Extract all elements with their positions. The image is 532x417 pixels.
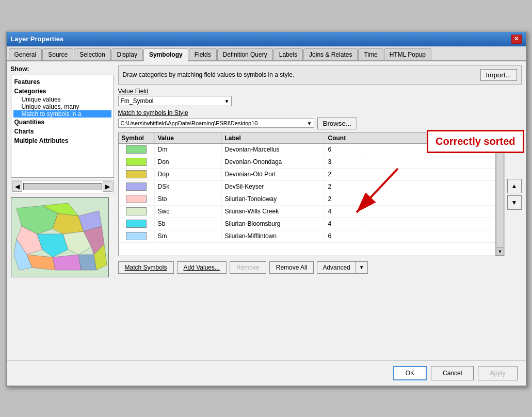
row2-value: Dop [155, 170, 222, 179]
value-field-select[interactable]: Fm_Symbol [118, 96, 232, 106]
tab-selection[interactable]: Selection [74, 48, 110, 60]
tab-symbology[interactable]: Symbology [143, 48, 188, 61]
description-bar: Draw categories by matching field values… [118, 65, 522, 85]
left-scroll-area: ◀ ▶ [11, 180, 114, 193]
ok-button[interactable]: OK [393, 366, 427, 380]
footer: OK Cancel Apply [7, 360, 526, 386]
scroll-bar[interactable] [23, 183, 102, 190]
style-field-label: Match to symbols in Style [118, 109, 522, 116]
tab-time[interactable]: Time [358, 48, 383, 60]
row1-count: 3 [325, 157, 361, 166]
content-area: Show: Features Categories Unique values … [7, 61, 526, 360]
row6-label: Silurian-Bloomsburg [222, 219, 325, 228]
cancel-button[interactable]: Cancel [431, 366, 474, 380]
table-row[interactable]: Dop Devonian-Old Port 2 [119, 169, 505, 181]
table-row[interactable]: DSk DevSil-Keyser 2 [119, 181, 505, 193]
tab-fields[interactable]: Fields [189, 48, 217, 60]
tab-display[interactable]: Display [111, 48, 143, 60]
scroll-left-arrow[interactable]: ◀ [12, 181, 22, 192]
add-values-button[interactable]: Add Values... [177, 261, 227, 274]
tabs-row: General Source Selection Display Symbolo… [7, 46, 526, 61]
swatch-don [126, 158, 147, 166]
remove-all-button[interactable]: Remove All [269, 261, 314, 274]
row2-label: Devonian-Old Port [222, 170, 325, 179]
right-panel: Draw categories by matching field values… [118, 65, 522, 356]
svg-marker-11 [53, 255, 81, 270]
style-field-row: Match to symbols in Style C:\Users\twhit… [118, 109, 522, 129]
row1-value: Don [155, 157, 222, 166]
apply-button[interactable]: Apply [478, 366, 517, 380]
tab-html-popup[interactable]: HTML Popup [384, 48, 431, 60]
row1-label: Devonian-Onondaga [222, 157, 325, 166]
swatch-swc [126, 207, 147, 215]
row3-count: 2 [325, 182, 361, 191]
table-row[interactable]: Swc Silurian-Wills Creek 4 [119, 206, 505, 218]
bottom-buttons: Match Symbols Add Values... Remove Remov… [118, 261, 522, 274]
left-tree[interactable]: Features Categories Unique values Unique… [11, 75, 114, 178]
col-header-value: Value [155, 133, 222, 143]
table-row[interactable]: Sb Silurian-Bloomsburg 4 [119, 218, 505, 230]
style-dropdown-wrapper: C:\Users\twhitfield\AppData\Roaming\ESRI… [118, 119, 314, 128]
import-button[interactable]: Import... [480, 69, 517, 81]
row7-value: Sm [155, 231, 222, 241]
tree-item-features[interactable]: Features [13, 77, 111, 87]
tree-item-multiple-attributes[interactable]: Multiple Attributes [13, 136, 111, 145]
advanced-dropdown-arrow[interactable]: ▼ [356, 261, 368, 274]
row7-count: 6 [325, 231, 361, 241]
table-row[interactable]: Sm Silurian-Mifflintown 6 [119, 230, 505, 243]
row5-symbol [119, 206, 155, 216]
advanced-button-wrapper: Advanced ▼ [317, 261, 367, 274]
row7-label: Silurian-Mifflintown [222, 231, 325, 241]
tree-subitem-unique-values[interactable]: Unique values [13, 96, 111, 103]
row3-symbol [119, 181, 155, 192]
match-symbols-button[interactable]: Match Symbols [118, 261, 174, 274]
row6-symbol [119, 219, 155, 229]
tab-definition-query[interactable]: Definition Query [217, 48, 273, 60]
value-field-row: Value Field Fm_Symbol ▼ [118, 88, 522, 106]
style-row: C:\Users\twhitfield\AppData\Roaming\ESRI… [118, 118, 522, 129]
swatch-sb [126, 220, 147, 228]
scroll-track[interactable] [496, 142, 504, 246]
layer-properties-dialog: Layer Properties ✕ General Source Select… [6, 31, 527, 387]
row4-label: Silurian-Tonoloway [222, 194, 325, 204]
map-svg [11, 198, 109, 277]
close-button[interactable]: ✕ [511, 35, 522, 44]
correctly-sorted-annotation: Correctly sorted [427, 130, 524, 153]
tab-general[interactable]: General [9, 48, 42, 60]
row7-symbol [119, 231, 155, 241]
move-up-button[interactable]: ▲ [507, 179, 522, 193]
tree-item-categories[interactable]: Categories [13, 87, 111, 96]
field-select-row: Fm_Symbol ▼ [118, 96, 522, 106]
row0-value: Dm [155, 145, 222, 154]
tree-item-charts[interactable]: Charts [13, 127, 111, 136]
row0-label: Devonian-Marcellus [222, 145, 325, 154]
tab-joins-relates[interactable]: Joins & Relates [303, 48, 358, 60]
tab-source[interactable]: Source [42, 48, 73, 60]
style-path-select[interactable]: C:\Users\twhitfield\AppData\Roaming\ESRI… [118, 119, 314, 128]
browse-button[interactable]: Browse... [317, 118, 358, 129]
advanced-button[interactable]: Advanced [317, 261, 355, 274]
tree-subitem-match-symbols[interactable]: Match to symbols in a [13, 110, 111, 118]
description-text: Draw categories by matching field values… [123, 71, 295, 78]
scroll-right-arrow[interactable]: ▶ [103, 181, 112, 192]
row5-value: Swc [155, 207, 222, 216]
title-bar-buttons: ✕ [511, 35, 522, 44]
col-header-symbol: Symbol [119, 133, 155, 143]
row0-symbol [119, 144, 155, 155]
row6-count: 4 [325, 219, 361, 228]
col-header-count: Count [325, 133, 361, 143]
row5-label: Silurian-Wills Creek [222, 207, 325, 216]
tree-item-quantities[interactable]: Quantities [13, 118, 111, 127]
swatch-dop [126, 170, 147, 178]
left-panel: Show: Features Categories Unique values … [11, 65, 114, 356]
value-field-dropdown-wrapper: Fm_Symbol ▼ [118, 96, 232, 106]
table-row[interactable]: Don Devonian-Onondaga 3 [119, 156, 505, 169]
tab-labels[interactable]: Labels [273, 48, 303, 60]
move-down-button[interactable]: ▼ [507, 195, 522, 210]
table-body: Dm Devonian-Marcellus 6 Don Devonian-Ono… [119, 144, 505, 243]
remove-button[interactable]: Remove [230, 261, 266, 274]
tree-subitem-unique-values-many[interactable]: Unique values, many [13, 103, 111, 110]
row5-count: 4 [325, 207, 361, 216]
scroll-down-button[interactable]: ▼ [496, 247, 504, 256]
table-row[interactable]: Sto Silurian-Tonoloway 2 [119, 193, 505, 206]
